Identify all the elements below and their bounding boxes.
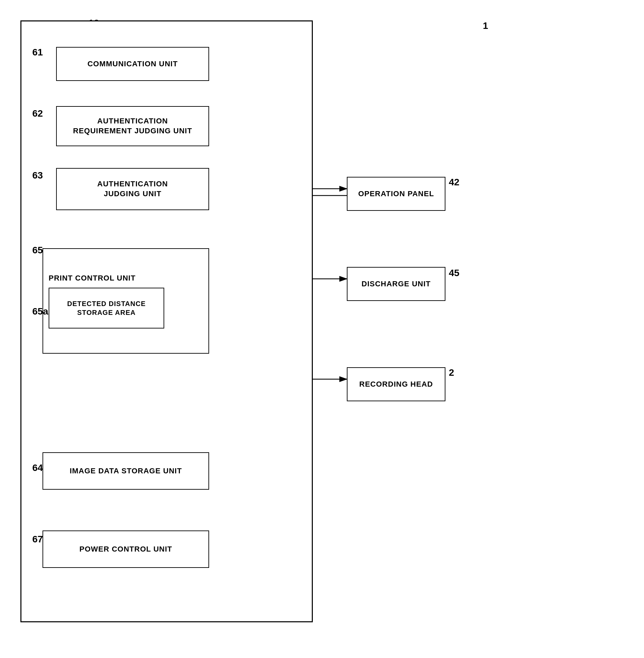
print-control-block: PRINT CONTROL UNIT DETECTED DISTANCESTOR…: [43, 248, 209, 354]
ref-63: 63: [32, 170, 43, 181]
ref-67: 67: [32, 534, 43, 545]
ref-45: 45: [449, 268, 459, 279]
detected-distance-label: DETECTED DISTANCESTORAGE AREA: [67, 299, 146, 317]
ref-num-1: 1: [483, 20, 488, 31]
ref-65: 65: [32, 245, 43, 256]
power-control-block: POWER CONTROL UNIT: [43, 530, 209, 568]
image-data-block: IMAGE DATA STORAGE UNIT: [43, 452, 209, 490]
ref-61: 61: [32, 47, 43, 58]
auth-judging-block: AUTHENTICATIONJUDGING UNIT: [56, 168, 209, 210]
discharge-unit-label: DISCHARGE UNIT: [361, 280, 430, 288]
discharge-unit-block: DISCHARGE UNIT: [347, 267, 445, 301]
communication-unit-label: COMMUNICATION UNIT: [87, 59, 178, 69]
operation-panel-label: OPERATION PANEL: [358, 189, 434, 198]
detected-distance-block: DETECTED DISTANCESTORAGE AREA: [49, 288, 164, 328]
recording-head-label: RECORDING HEAD: [359, 380, 433, 389]
print-control-label: PRINT CONTROL UNIT: [49, 273, 136, 283]
operation-panel-block: OPERATION PANEL: [347, 177, 445, 211]
power-control-label: POWER CONTROL UNIT: [79, 544, 172, 554]
recording-head-block: RECORDING HEAD: [347, 367, 445, 401]
ref-65a: 65a: [32, 306, 48, 317]
ref-2: 2: [449, 367, 454, 378]
auth-requirement-label: AUTHENTICATIONREQUIREMENT JUDGING UNIT: [73, 116, 192, 136]
ref-42: 42: [449, 177, 459, 188]
ref-64: 64: [32, 462, 43, 473]
auth-judging-label: AUTHENTICATIONJUDGING UNIT: [97, 179, 168, 199]
auth-requirement-block: AUTHENTICATIONREQUIREMENT JUDGING UNIT: [56, 106, 209, 146]
communication-unit-block: COMMUNICATION UNIT: [56, 47, 209, 81]
ref-62: 62: [32, 108, 43, 119]
image-data-label: IMAGE DATA STORAGE UNIT: [70, 466, 182, 476]
